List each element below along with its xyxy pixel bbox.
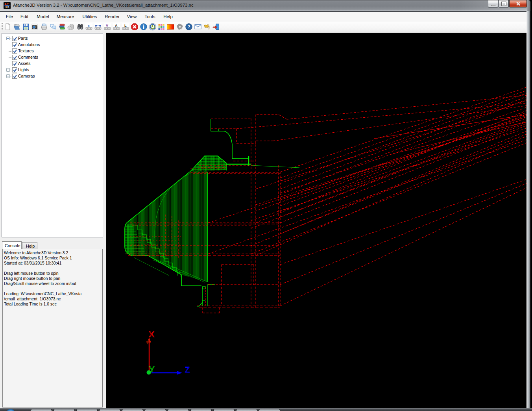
svg-text:?: ? (188, 24, 190, 29)
svg-text:X: X (149, 330, 154, 339)
svg-text:Y: Y (149, 365, 154, 374)
svg-text:V: V (106, 24, 108, 28)
svg-text:L: L (124, 24, 127, 28)
svg-text:x: x (88, 24, 90, 28)
svg-text:Z: Z (185, 365, 190, 374)
svg-text:A: A (115, 24, 118, 28)
